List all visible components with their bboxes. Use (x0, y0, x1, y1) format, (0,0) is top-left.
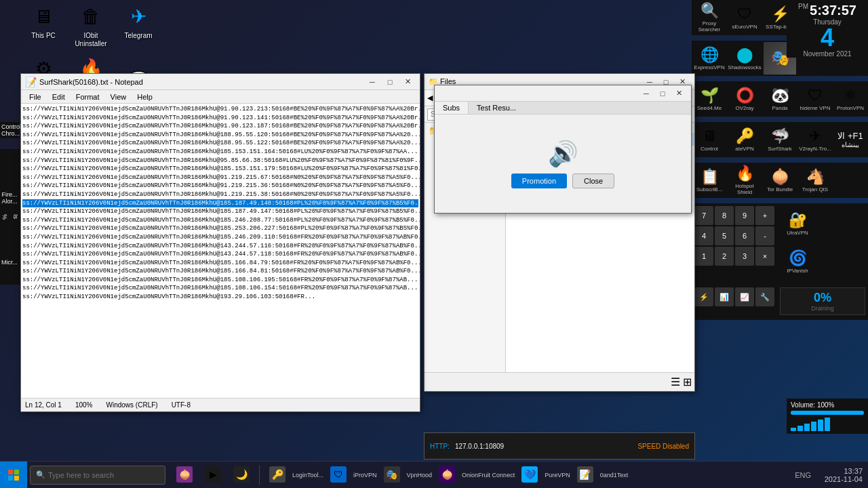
surfshark-label: SurfShark (768, 146, 792, 152)
speed-btn-4[interactable]: 🔧 (755, 287, 774, 306)
right-icon-seurovpn[interactable]: 🛡 sEuroVPN (727, 0, 762, 35)
dialog-promotion-button[interactable]: Promotion (511, 174, 567, 188)
notepad-menu-file[interactable]: File (24, 90, 47, 103)
taskbar-app-iprovpn[interactable]: 🛡 (325, 462, 352, 488)
vpnhood-taskbar-icon: 🎭 (384, 466, 400, 483)
svg-rect-0 (8, 470, 13, 474)
right-icon-ov2ray[interactable]: ⭕ OV2ray (727, 81, 762, 117)
notepad-menu-format[interactable]: Format (71, 90, 105, 103)
right-icon-shadowsocks[interactable]: ⬤ Shadowsocks (727, 41, 762, 76)
notepad-menu-help[interactable]: Help (132, 90, 158, 103)
svg-rect-2 (8, 476, 13, 481)
notepad-window-controls: ─ □ ✕ (364, 76, 416, 88)
right-icon-v2rayntro[interactable]: ✈ V2rayN-Tro... (797, 122, 833, 157)
dialog-tab-subs[interactable]: Subs (435, 102, 469, 114)
iobic-icon: 🗑 (77, 3, 104, 30)
right-icon-atevpn[interactable]: 🔑 ateVPN (727, 122, 762, 157)
explorer-bottombar: ☰ ⊞ (425, 372, 694, 391)
v2rayn-label: V2rayN-Tro... (799, 146, 831, 152)
draining-label: Draining (783, 305, 862, 312)
calc-btn-8[interactable]: 8 (715, 206, 734, 225)
bar-6 (825, 418, 830, 431)
atevpn-label: ateVPN (735, 146, 754, 152)
calc-btn-3[interactable]: 3 (735, 247, 754, 266)
calc-btn-mul[interactable]: × (755, 247, 774, 266)
desktop-icon-telegram[interactable]: ✈ Telegram (115, 0, 161, 51)
protonvpn-icon: ⚛ (844, 87, 857, 104)
clock-date-num: 4 (787, 26, 868, 50)
bar-1 (791, 428, 796, 431)
calc-btn-minus[interactable]: - (755, 226, 774, 245)
dialog-minimize-button[interactable]: ─ (638, 87, 654, 100)
notepad-maximize-button[interactable]: □ (382, 76, 398, 88)
notepad-minimize-button[interactable]: ─ (364, 76, 380, 88)
right-icon-expressvpn[interactable]: 🌐 ExpressVPN (692, 41, 727, 76)
right-icon-seed4me[interactable]: 🌱 Seed4.Me (692, 81, 727, 117)
bar-5 (818, 420, 823, 431)
right-icon-subscrib[interactable]: 📋 SubscriB... (692, 163, 727, 198)
taskbar-search-box[interactable]: 🔍 (30, 466, 165, 485)
right-icon-torbundle[interactable]: 🧅 Tor Bundle (762, 163, 797, 198)
taskbar-app-logintool[interactable]: 🔑 (264, 462, 291, 488)
panda-icon: 🐼 (771, 87, 789, 104)
right-icon-hotspot[interactable]: 🔥 Hotspot Shield (727, 163, 762, 198)
taskbar-tray: ENG 13:37 2021-11-04 (789, 467, 868, 483)
right-icon-panda[interactable]: 🐼 Panda (762, 81, 797, 117)
taskbar-app-kmplayer[interactable]: ▶ (199, 462, 226, 488)
desktop: Is % 🖥 This PC 🗑 IObit Uninstaller ✈ Tel… (0, 0, 868, 488)
dialog-close-action-button[interactable]: Close (572, 174, 614, 188)
explorer-view-list-button[interactable]: ☰ (671, 375, 680, 388)
explorer-view-grid-button[interactable]: ⊞ (683, 375, 692, 388)
seed4me-icon: 🌱 (701, 87, 719, 104)
dialog-titlebar[interactable]: ─ □ ✕ (435, 85, 691, 102)
explorer-back-button[interactable]: ◀ (427, 94, 433, 102)
taskbar-app-0and1[interactable]: 📝 (572, 462, 599, 488)
taskbar-date: 2021-11-04 (825, 475, 863, 483)
start-button[interactable] (0, 462, 27, 489)
control-label: Control (1, 123, 18, 130)
notepad-menubar: File Edit Format View Help (21, 90, 420, 104)
notepad-menu-view[interactable]: View (105, 90, 132, 103)
taskbar-app-purevpn[interactable]: 💙 (516, 462, 543, 488)
taskbar-app-vpnhood[interactable]: 🎭 (378, 462, 406, 488)
calc-btn-9[interactable]: 9 (735, 206, 754, 225)
calc-btn-1[interactable]: 1 (694, 247, 713, 266)
calc-btn-5[interactable]: 5 (715, 226, 734, 245)
fire-label: Fire... (1, 191, 18, 198)
notepad-menu-edit[interactable]: Edit (47, 90, 71, 103)
right-icon-ipvanish[interactable]: 🌀 IPVanish (780, 244, 815, 279)
taskbar-app-torbrowser[interactable]: 🧅 (171, 462, 198, 488)
taskbar-search-input[interactable] (48, 471, 157, 479)
desktop-icon-thispc[interactable]: 🖥 This PC (20, 0, 66, 51)
calc-btn-plus[interactable]: + (755, 206, 774, 225)
speed-btn-3[interactable]: 📈 (735, 287, 754, 306)
calc-btn-7[interactable]: 7 (694, 206, 713, 225)
right-icon-hidemevpn[interactable]: 🛡 hideme VPN (797, 81, 833, 117)
calc-btn-6[interactable]: 6 (735, 226, 754, 245)
taskbar-app-onionfruit[interactable]: 🧅 (433, 462, 460, 488)
right-icon-utravpn[interactable]: 🔐 UtraVPN (780, 206, 815, 241)
dialog-maximize-button[interactable]: □ (654, 87, 671, 100)
calc-btn-4[interactable]: 4 (694, 226, 713, 245)
right-icon-trojanos[interactable]: 🐴 Trojan QtS (797, 163, 833, 198)
notepad-titlebar[interactable]: 📝 SurfShark(50168).txt - Notepad ─ □ ✕ (21, 74, 420, 90)
kmplayer-taskbar-icon: ▶ (205, 466, 221, 483)
right-icon-control[interactable]: 🖥 Control (692, 122, 727, 157)
right-icon-panel-row3: 🌱 Seed4.Me ⭕ OV2ray 🐼 Panda 🛡 hideme VPN… (692, 81, 868, 117)
dialog-close-button[interactable]: ✕ (671, 87, 687, 100)
dialog-tab-testresu[interactable]: Test Resu... (469, 102, 524, 114)
taskbar-separator (259, 466, 260, 485)
right-icon-proxy-searcher[interactable]: 🔍 Proxy Searcher (692, 0, 727, 35)
notepad-close-button[interactable]: ✕ (399, 76, 416, 88)
calc-btn-2[interactable]: 2 (715, 247, 734, 266)
right-icon-protonvpn[interactable]: ⚛ ProtonVPN (833, 81, 868, 117)
clock-time-row: PM 5:37:57 (787, 0, 868, 18)
volume-widget: Volume: 100% (787, 399, 868, 434)
desktop-icon-iobic[interactable]: 🗑 IObit Uninstaller (68, 0, 114, 51)
speed-btn-2[interactable]: 📊 (715, 287, 734, 306)
taskbar-app-vega[interactable]: 🌙 (228, 462, 255, 488)
speed-btn-1[interactable]: ⚡ (694, 287, 713, 306)
right-icon-surfshark[interactable]: 🦈 SurfShark (762, 122, 797, 157)
notepad-content[interactable]: ss://YWVzLTI1NiN1Y206V0N1ejd5cmZaU0NRUVh… (21, 104, 420, 398)
protonvpn-label: ProtonVPN (837, 106, 864, 112)
